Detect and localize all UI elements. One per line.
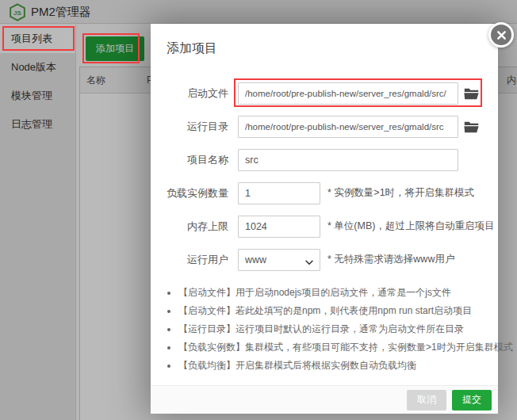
instances-label: 负载实例数量 [167,186,228,200]
project-name-input[interactable] [238,149,458,171]
memory-limit-hint: * 单位(MB)，超过上限将自动重启项目 [327,220,494,233]
modal-footer: 取消 提交 [151,385,498,414]
folder-browse-icon[interactable] [464,87,479,100]
start-file-input[interactable] [238,82,458,105]
run-user-label: 运行用户 [167,253,228,267]
project-name-label: 项目名称 [167,153,228,167]
run-user-selected-value: www [245,254,266,265]
help-note: 【启动文件】用于启动nodejs项目的启动文件，通常是一个js文件 [178,284,498,302]
start-file-label: 启动文件 [167,86,228,101]
memory-limit-label: 内存上限 [167,220,228,234]
close-modal-button[interactable] [488,22,514,48]
add-project-modal: 添加项目 启动文件 运行目录 项目名称 [151,24,498,414]
help-note: 【负载实例数】集群模式，有些项目可能不支持，实例数量>1时为开启集群模式 [178,338,498,357]
cancel-button[interactable]: 取消 [407,390,446,410]
help-notes-list: 【启动文件】用于启动nodejs项目的启动文件，通常是一个js文件 【启动文件】… [151,284,498,375]
close-icon [496,30,507,40]
run-dir-label: 运行目录 [167,120,228,134]
memory-limit-input[interactable] [238,216,320,238]
help-note: 【启动文件】若此处填写的是npm，则代表使用npm run start启动项目 [178,302,498,320]
instances-input[interactable] [238,182,320,204]
submit-button[interactable]: 提交 [452,390,492,410]
form-row-project-name: 项目名称 [167,148,482,171]
run-user-hint: * 无特殊需求请选择www用户 [327,253,454,266]
form-row-instances: 负载实例数量 * 实例数量>1时，将开启集群模式 [167,181,482,204]
form-row-run-user: 运行用户 www * 无特殊需求请选择www用户 [167,248,482,271]
help-note: 【负载均衡】开启集群模式后将根据实例数自动负载均衡 [178,357,498,375]
modal-title: 添加项目 [167,41,498,55]
help-note: 【运行目录】运行项目时默认的运行目录，通常为启动文件所在目录 [178,320,498,338]
form-row-memory-limit: 内存上限 * 单位(MB)，超过上限将自动重启项目 [167,215,482,238]
add-project-form: 启动文件 运行目录 项目名称 负载实例数 [151,82,498,271]
run-dir-input[interactable] [238,116,458,138]
chevron-down-icon [304,254,315,275]
folder-browse-icon[interactable] [464,120,479,133]
form-row-run-dir: 运行目录 [167,115,482,138]
form-row-start-file: 启动文件 [167,82,482,105]
instances-hint: * 实例数量>1时，将开启集群模式 [327,186,474,200]
run-user-select[interactable]: www [238,249,320,271]
